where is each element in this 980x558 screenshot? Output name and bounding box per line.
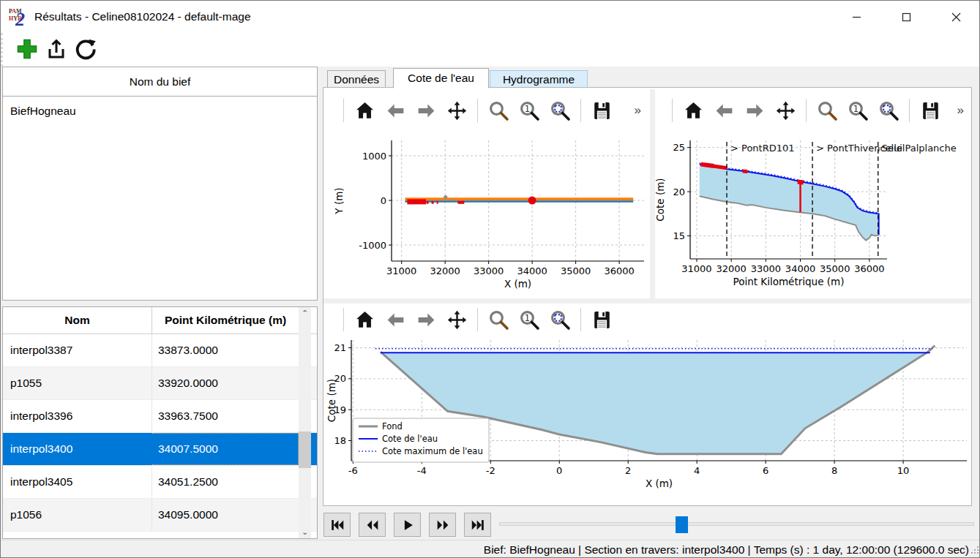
zoom-icon[interactable] — [487, 307, 510, 332]
svg-text:0: 0 — [381, 195, 386, 206]
time-slider[interactable] — [499, 522, 974, 526]
scrollbar-thumb[interactable] — [299, 431, 311, 468]
table-row[interactable]: interpol3405 34051.2500 — [3, 466, 317, 499]
plot-toolbar-plan: 1 » — [326, 94, 648, 127]
plot-toolbar-profil: 1 » — [655, 94, 971, 127]
table-row[interactable]: interpol3387 33873.0000 — [3, 334, 317, 367]
save-icon[interactable] — [590, 307, 613, 332]
export-icon — [45, 37, 68, 63]
svg-text:31000: 31000 — [681, 263, 711, 274]
section-en-travers-chart[interactable]: -6-4-2024681018192021X (m)Cote (m)FondCo… — [326, 336, 971, 505]
export-button[interactable] — [42, 36, 70, 64]
pan-icon[interactable] — [774, 98, 797, 123]
skip-start-button[interactable] — [323, 513, 351, 537]
svg-text:Y (m): Y (m) — [333, 187, 345, 214]
zoom-fit-icon[interactable] — [548, 98, 572, 123]
save-icon[interactable] — [590, 98, 613, 123]
table-row — [3, 532, 317, 539]
zoom-icon[interactable] — [487, 98, 510, 123]
table-scrollbar[interactable]: ⌃ ⌄ — [299, 307, 311, 538]
add-button[interactable] — [13, 36, 41, 64]
maximize-button[interactable] — [881, 1, 931, 33]
svg-text:21: 21 — [334, 342, 346, 353]
svg-text:Cote (m): Cote (m) — [326, 379, 337, 422]
table-row[interactable]: p1056 34095.0000 — [3, 499, 317, 532]
zoom-one-icon[interactable]: 1 — [517, 98, 541, 123]
toolbar-overflow-icon[interactable]: » — [957, 103, 971, 118]
table-row[interactable]: interpol3396 33963.7500 — [3, 400, 317, 433]
main-toolbar — [1, 33, 980, 67]
zoom-fit-icon[interactable] — [877, 98, 900, 123]
svg-text:1000: 1000 — [362, 151, 386, 162]
step-back-button[interactable] — [359, 513, 386, 537]
vertical-splitter[interactable] — [650, 89, 655, 298]
plan-view-chart[interactable]: 310003200033000340003500036000-100001000… — [326, 137, 648, 298]
save-icon[interactable] — [919, 98, 942, 123]
column-header-pk[interactable]: Point Kilométrique (m) — [152, 307, 299, 333]
svg-text:0: 0 — [556, 465, 562, 476]
back-icon[interactable] — [384, 98, 407, 123]
svg-text:-1000: -1000 — [359, 240, 386, 251]
svg-text:SeuilPalplanche: SeuilPalplanche — [882, 143, 957, 154]
titlebar: PAMHYR2 Résultats - Celine08102024 - def… — [1, 1, 980, 33]
toolbar-overflow-icon[interactable]: » — [635, 103, 648, 118]
bief-list-header: Nom du bief — [3, 67, 317, 97]
scroll-up-icon[interactable]: ⌃ — [299, 307, 311, 320]
svg-text:31000: 31000 — [386, 265, 416, 276]
play-button[interactable] — [394, 513, 421, 537]
home-icon[interactable] — [353, 307, 376, 332]
svg-text:36000: 36000 — [854, 263, 884, 274]
svg-text:34000: 34000 — [785, 263, 815, 274]
skip-end-button[interactable] — [464, 513, 491, 537]
svg-text:36000: 36000 — [604, 265, 634, 276]
zoom-one-icon[interactable]: 1 — [517, 307, 541, 332]
svg-text:10: 10 — [897, 465, 910, 476]
scroll-down-icon[interactable]: ⌄ — [299, 526, 311, 538]
svg-text:20: 20 — [673, 186, 685, 197]
tab-cote-de-leau[interactable]: Cote de l'eau — [393, 68, 489, 88]
sections-table: Nom Point Kilométrique (m) interpol3387 … — [2, 306, 318, 539]
forward-icon[interactable] — [414, 98, 438, 123]
svg-text:34000: 34000 — [517, 265, 547, 276]
add-plus-icon — [15, 37, 40, 64]
svg-text:2: 2 — [15, 9, 25, 27]
zoom-fit-icon[interactable] — [548, 307, 572, 332]
profil-en-long-chart[interactable]: > PontRD101> PontThivencelleSeuilPalplan… — [655, 137, 971, 298]
zoom-icon[interactable] — [815, 98, 839, 123]
time-slider-thumb[interactable] — [676, 516, 688, 533]
svg-text:6: 6 — [763, 465, 768, 476]
svg-text:Cote de l'eau: Cote de l'eau — [382, 434, 438, 444]
svg-text:4: 4 — [694, 465, 700, 476]
back-icon[interactable] — [712, 98, 736, 123]
svg-text:Cote maximum de l'eau: Cote maximum de l'eau — [382, 446, 483, 456]
pan-icon[interactable] — [445, 98, 468, 123]
table-row-selected[interactable]: interpol3400 34007.5000 — [3, 433, 317, 466]
reload-button[interactable] — [72, 36, 100, 64]
svg-text:33000: 33000 — [751, 263, 781, 274]
time-player — [323, 506, 980, 540]
home-icon[interactable] — [353, 98, 376, 123]
svg-text:1: 1 — [524, 312, 529, 323]
resize-grip-icon[interactable] — [970, 544, 979, 557]
home-icon[interactable] — [681, 98, 705, 123]
zoom-one-icon[interactable]: 1 — [846, 98, 869, 123]
tab-page-cote-de-leau: 1 » 310003200033000340003500036000-10000… — [323, 87, 972, 506]
step-forward-button[interactable] — [429, 513, 456, 537]
pan-icon[interactable] — [445, 307, 468, 332]
minimize-button[interactable] — [831, 1, 881, 33]
svg-text:-2: -2 — [486, 465, 495, 476]
table-row[interactable]: p1055 33920.0000 — [3, 367, 317, 400]
forward-icon[interactable] — [414, 307, 438, 332]
close-button[interactable] — [931, 1, 980, 33]
bief-list-panel: Nom du bief BiefHogneau — [2, 67, 318, 301]
tab-hydrogramme[interactable]: Hydrogramme — [490, 70, 588, 88]
reload-icon — [73, 37, 98, 64]
back-icon[interactable] — [384, 307, 407, 332]
tab-donnees[interactable]: Données — [327, 70, 386, 88]
bief-list-item[interactable]: BiefHogneau — [3, 97, 317, 126]
svg-text:32000: 32000 — [716, 263, 746, 274]
forward-icon[interactable] — [743, 98, 766, 123]
column-header-nom[interactable]: Nom — [3, 307, 152, 333]
svg-text:Cote (m): Cote (m) — [655, 178, 666, 221]
svg-text:-4: -4 — [417, 465, 427, 476]
